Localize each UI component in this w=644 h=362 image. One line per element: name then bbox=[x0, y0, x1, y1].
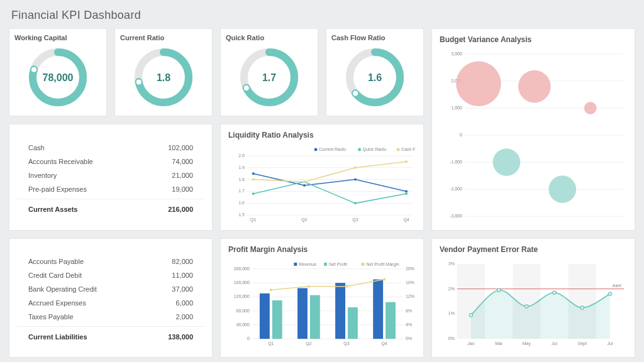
svg-text:1,000: 1,000 bbox=[451, 106, 462, 110]
svg-text:Jul: Jul bbox=[552, 341, 557, 346]
budget-variance-panel: Budget Variance Analysis -3,000-2,000-1,… bbox=[431, 28, 635, 231]
svg-text:4%: 4% bbox=[406, 322, 412, 327]
table-total: Current Assets216,000 bbox=[17, 199, 204, 214]
svg-text:12%: 12% bbox=[406, 294, 414, 299]
row-label: Inventory bbox=[28, 172, 57, 179]
svg-text:120,000: 120,000 bbox=[234, 294, 250, 299]
svg-text:Q3: Q3 bbox=[343, 341, 349, 346]
page-title: Financial KPI Dashboard bbox=[11, 9, 635, 22]
svg-text:Alert: Alert bbox=[613, 283, 621, 288]
row-label: Credit Card Debit bbox=[28, 272, 82, 279]
svg-point-5 bbox=[136, 79, 142, 85]
row-value: 6,000 bbox=[175, 299, 193, 307]
svg-point-119 bbox=[608, 292, 611, 295]
svg-point-62 bbox=[303, 180, 306, 183]
svg-text:-2,000: -2,000 bbox=[450, 187, 462, 191]
current-assets-panel: Cash102,000Accounts Receivable74,000Inve… bbox=[9, 124, 213, 231]
svg-text:-3,000: -3,000 bbox=[450, 214, 462, 218]
liquidity-ratio-title: Liquidity Ratio Analysis bbox=[228, 131, 416, 140]
vendor-error-title: Vendor Payment Error Rate bbox=[440, 245, 627, 254]
svg-text:1.7: 1.7 bbox=[238, 189, 245, 193]
svg-text:Net Profit Margin: Net Profit Margin bbox=[367, 262, 399, 267]
gauge-card-3: Cash Flow Ratio 1.6 bbox=[326, 28, 424, 116]
row-value: 11,000 bbox=[172, 272, 193, 279]
svg-point-118 bbox=[580, 306, 584, 309]
kpi-gauges-row: Working Capital 78,000 Current Ratio 1.8… bbox=[9, 28, 424, 116]
svg-text:40,000: 40,000 bbox=[236, 322, 250, 327]
svg-rect-99 bbox=[373, 280, 383, 339]
table-row: Cash102,000 bbox=[17, 141, 204, 155]
row-value: 2,000 bbox=[175, 313, 193, 321]
svg-text:Q4: Q4 bbox=[381, 341, 387, 346]
svg-text:2%: 2% bbox=[448, 287, 455, 291]
svg-text:Q1: Q1 bbox=[268, 341, 274, 346]
liquidity-ratio-chart: Current RadioQuick RadioCash Flow Radio1… bbox=[228, 143, 416, 224]
svg-text:Q2: Q2 bbox=[306, 341, 311, 346]
profit-margin-chart: RevenueNet ProfitNet Profit Margin040,00… bbox=[228, 258, 416, 351]
svg-point-59 bbox=[354, 202, 357, 204]
svg-point-64 bbox=[405, 160, 408, 163]
liquidity-ratio-panel: Liquidity Ratio Analysis Current RadioQu… bbox=[220, 124, 424, 231]
svg-point-31 bbox=[314, 148, 318, 151]
svg-point-33 bbox=[358, 148, 361, 151]
table-row: Pre-paid Expenses19,000 bbox=[17, 182, 204, 196]
svg-text:Cash Flow Radio: Cash Flow Radio bbox=[401, 147, 416, 151]
table-row: Credit Card Debit11,000 bbox=[17, 268, 204, 282]
svg-text:0: 0 bbox=[247, 336, 250, 341]
gauge-icon: 1.8 bbox=[129, 46, 198, 109]
svg-point-63 bbox=[354, 167, 357, 169]
svg-text:160,000: 160,000 bbox=[234, 280, 250, 285]
svg-text:Q4: Q4 bbox=[403, 217, 409, 222]
budget-variance-title: Budget Variance Analysis bbox=[440, 35, 627, 44]
svg-text:200,000: 200,000 bbox=[234, 266, 250, 271]
svg-rect-95 bbox=[297, 288, 308, 339]
svg-text:Q3: Q3 bbox=[352, 217, 358, 222]
row-value: 102,000 bbox=[168, 144, 193, 151]
svg-text:80,000: 80,000 bbox=[236, 309, 250, 313]
total-value: 138,000 bbox=[168, 333, 193, 341]
svg-text:Jan: Jan bbox=[467, 341, 474, 346]
svg-point-115 bbox=[497, 288, 501, 292]
table-row: Inventory21,000 bbox=[17, 168, 204, 182]
total-value: 216,000 bbox=[168, 206, 193, 213]
row-label: Pre-paid Expenses bbox=[28, 185, 87, 193]
profit-margin-panel: Profit Margin Analysis RevenueNet Profit… bbox=[220, 238, 424, 358]
svg-rect-94 bbox=[272, 300, 282, 339]
svg-text:Q2: Q2 bbox=[301, 217, 307, 222]
svg-text:8%: 8% bbox=[406, 309, 412, 313]
gauge-card-2: Quick Ratio 1.7 bbox=[220, 28, 318, 116]
svg-text:Revenue: Revenue bbox=[299, 262, 316, 266]
svg-text:0: 0 bbox=[460, 133, 462, 137]
gauge-title: Cash Flow Ratio bbox=[331, 34, 418, 41]
gauge-title: Working Capital bbox=[14, 34, 101, 41]
svg-text:1.9: 1.9 bbox=[238, 165, 245, 170]
svg-text:May: May bbox=[523, 341, 531, 346]
table-row: Accrued Expenses6,000 bbox=[17, 296, 204, 310]
svg-text:1.8: 1.8 bbox=[238, 177, 245, 182]
total-label: Current Assets bbox=[28, 206, 77, 213]
svg-point-54 bbox=[303, 184, 306, 187]
total-label: Current Liabilities bbox=[28, 333, 87, 341]
svg-rect-65 bbox=[294, 263, 297, 266]
svg-point-53 bbox=[252, 172, 255, 175]
row-label: Accounts Payable bbox=[28, 258, 84, 265]
svg-point-117 bbox=[553, 291, 556, 294]
svg-point-114 bbox=[469, 314, 472, 317]
row-label: Bank Operating Credit bbox=[28, 285, 97, 293]
svg-text:Quick Radio: Quick Radio bbox=[363, 147, 387, 152]
svg-point-60 bbox=[405, 192, 408, 195]
svg-text:Mar: Mar bbox=[495, 341, 503, 346]
current-liabilities-panel: Accounts Payable82,000Credit Card Debit1… bbox=[9, 238, 213, 358]
svg-point-116 bbox=[525, 305, 528, 308]
gauge-value: 1.6 bbox=[368, 72, 382, 83]
svg-point-104 bbox=[383, 278, 386, 281]
svg-text:Net Profit: Net Profit bbox=[329, 262, 347, 266]
svg-text:0%: 0% bbox=[406, 336, 412, 341]
vendor-error-panel: Vendor Payment Error Rate 0%1%2%3%AlertJ… bbox=[431, 238, 635, 358]
gauge-value: 1.7 bbox=[262, 72, 276, 83]
svg-text:1%: 1% bbox=[448, 311, 455, 315]
svg-text:-1,000: -1,000 bbox=[450, 160, 462, 164]
svg-point-30 bbox=[584, 102, 597, 114]
svg-text:0%: 0% bbox=[448, 336, 455, 341]
gauge-title: Current Ratio bbox=[120, 34, 207, 41]
